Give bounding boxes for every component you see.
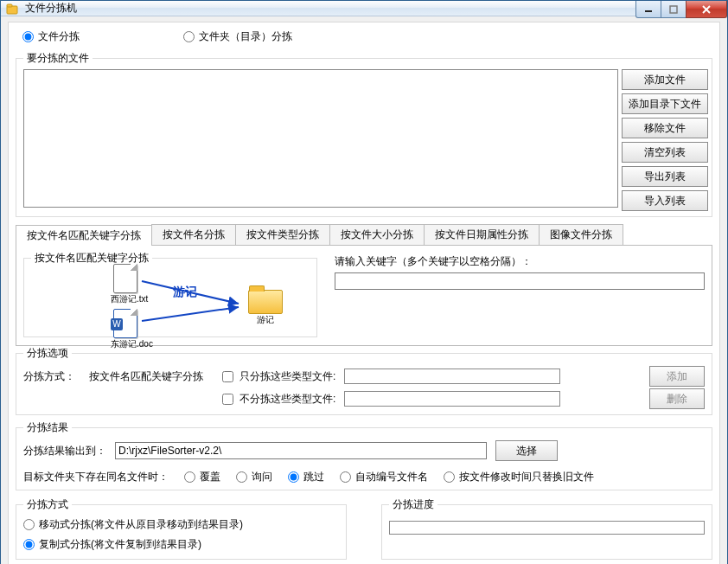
radio-file-sort-label: 文件分拣 [38,29,80,44]
import-list-button[interactable]: 导入列表 [622,190,708,211]
file-listbox[interactable] [23,69,618,208]
keyword-input[interactable] [335,272,705,290]
keyword-hint: 请输入关键字（多个关键字以空格分隔）： [335,254,705,269]
radio-autonumber[interactable]: 自动编号文件名 [340,470,428,484]
radio-replaceold[interactable]: 按文件修改时间只替换旧文件 [444,470,594,484]
only-types-check[interactable]: 只分拣这些类型文件: [219,369,335,385]
client-area: 文件分拣 文件夹（目录）分拣 要分拣的文件 添加文件 添加目录下文件 移除文件 … [1,16,727,564]
method-group: 分拣方式 移动式分拣(将文件从原目录移动到结果目录) 复制式分拣(将文件复制到结… [16,497,347,560]
radio-folder-sort[interactable]: 文件夹（目录）分拣 [183,29,292,44]
only-types-input[interactable] [344,369,560,384]
mode-radios: 文件分拣 文件夹（目录）分拣 [16,26,712,49]
keyword-panel: 请输入关键字（多个关键字以空格分隔）： [335,251,705,340]
tab-filedate[interactable]: 按文件日期属性分拣 [424,224,540,245]
tab-page-keyword: 按文件名匹配关键字分拣 西游记.txt 东游记.doc 游记 [16,246,712,346]
sort-options-group: 分拣选项 分拣方式： 按文件名匹配关键字分拣 只分拣这些类型文件: 添加 [16,346,712,415]
arrow-label: 游记 [173,285,197,300]
radio-folder-sort-input[interactable] [183,31,195,42]
fileset-legend: 要分拣的文件 [23,51,93,66]
radio-skip[interactable]: 跳过 [288,470,324,484]
method-value: 按文件名匹配关键字分拣 [89,369,210,384]
export-list-button[interactable]: 导出列表 [622,166,708,187]
svg-rect-3 [670,6,677,13]
method-progress-row: 分拣方式 移动式分拣(将文件从原目录移动到结果目录) 复制式分拣(将文件复制到结… [16,496,712,563]
tab-filetype[interactable]: 按文件类型分拣 [235,224,330,245]
progress-bar [389,521,705,535]
file-icon-1-label: 西游记.txt [111,293,140,305]
exclude-types-checkbox[interactable] [222,394,233,405]
progress-group: 分拣进度 [381,497,712,560]
exclude-types-label: 不分拣这些类型文件: [239,392,335,407]
only-types-label: 只分拣这些类型文件: [239,369,335,384]
progress-legend: 分拣进度 [389,497,437,512]
fileset-buttons: 添加文件 添加目录下文件 移除文件 清空列表 导出列表 导入列表 [622,69,708,211]
tab-keyword[interactable]: 按文件名匹配关键字分拣 [16,225,152,246]
close-button[interactable] [686,1,727,18]
folder-icon-label: 游记 [246,314,285,326]
types-add-button[interactable]: 添加 [649,366,705,387]
output-path-input[interactable] [115,442,487,459]
result-group: 分拣结果 分拣结果输出到： 选择 目标文件夹下存在同名文件时： 覆盖 询问 跳过… [16,420,712,490]
file-icon-2: 东游记.doc [111,309,140,350]
clear-list-button[interactable]: 清空列表 [622,142,708,163]
radio-overwrite[interactable]: 覆盖 [184,470,220,484]
file-icon-1: 西游记.txt [111,264,140,305]
add-dir-files-button[interactable]: 添加目录下文件 [622,93,708,114]
title-bar: 文件分拣机 [1,1,727,16]
fileset-group: 要分拣的文件 添加文件 添加目录下文件 移除文件 清空列表 导出列表 导入列表 [16,51,712,217]
diagram-box: 按文件名匹配关键字分拣 西游记.txt 东游记.doc 游记 [23,251,317,337]
method-legend: 分拣方式 [23,497,72,512]
arrow-icon [142,274,246,326]
radio-ask[interactable]: 询问 [236,470,272,484]
method-label: 分拣方式： [23,369,80,384]
choose-path-button[interactable]: 选择 [495,440,558,461]
tab-filename[interactable]: 按文件名分拣 [151,224,236,245]
samefile-label: 目标文件夹下存在同名文件时： [23,470,169,484]
remove-file-button[interactable]: 移除文件 [622,118,708,138]
radio-file-sort[interactable]: 文件分拣 [22,29,80,44]
radio-folder-sort-label: 文件夹（目录）分拣 [199,29,292,44]
app-window: 文件分拣机 文件分拣 文件夹（目录）分拣 [0,0,728,564]
radio-copy[interactable]: 复制式分拣(将文件复制到结果目录) [23,537,339,552]
svg-line-7 [142,307,239,321]
svg-rect-1 [7,4,12,7]
only-types-checkbox[interactable] [222,371,233,382]
maximize-button[interactable] [661,1,686,18]
exclude-types-input[interactable] [344,391,560,407]
window-title: 文件分拣机 [25,1,727,16]
app-icon [6,2,20,16]
folder-icon: 游记 [246,290,285,326]
add-file-button[interactable]: 添加文件 [622,69,708,90]
radio-file-sort-input[interactable] [22,31,34,42]
types-del-button[interactable]: 删除 [649,388,705,409]
minimize-button[interactable] [635,1,661,18]
tab-strip: 按文件名匹配关键字分拣 按文件名分拣 按文件类型分拣 按文件大小分拣 按文件日期… [16,224,712,246]
result-legend: 分拣结果 [23,420,72,435]
radio-move[interactable]: 移动式分拣(将文件从原目录移动到结果目录) [23,517,339,532]
tab-filesize[interactable]: 按文件大小分拣 [329,224,425,245]
exclude-types-check[interactable]: 不分拣这些类型文件: [219,391,335,407]
tab-image[interactable]: 图像文件分拣 [539,224,623,245]
window-controls [636,1,727,18]
sort-options-legend: 分拣选项 [23,346,72,361]
main-panel: 文件分拣 文件夹（目录）分拣 要分拣的文件 添加文件 添加目录下文件 移除文件 … [8,22,720,564]
output-label: 分拣结果输出到： [23,444,106,458]
